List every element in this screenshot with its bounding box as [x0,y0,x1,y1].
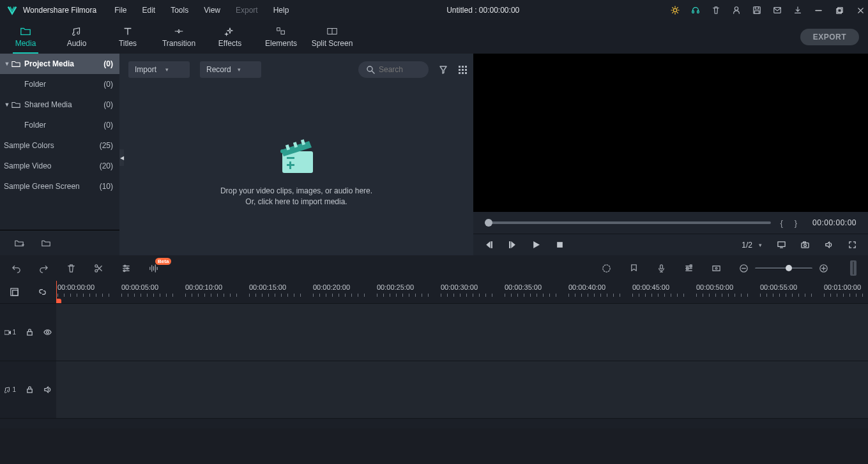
fullscreen-icon[interactable] [848,241,857,249]
mail-icon[interactable] [773,6,782,15]
user-icon[interactable] [732,6,741,15]
tab-effects[interactable]: Effects [204,20,255,54]
save-icon[interactable] [752,6,761,15]
marker-icon[interactable] [629,264,639,273]
ruler-tick: 00:00:30:00 [441,283,492,297]
svg-rect-81 [4,331,9,334]
ruler-tick: 00:01:00:00 [824,283,868,297]
tab-elements[interactable]: Elements [255,20,307,54]
display-icon[interactable] [777,241,786,249]
maximize-icon[interactable] [836,7,843,14]
sidebar-item[interactable]: ▼Project Media(0) [0,54,119,74]
stop-icon[interactable] [556,241,564,249]
play-icon[interactable] [532,241,540,249]
menu-file[interactable]: File [108,3,133,17]
ruler-tick: 00:00:15:00 [249,283,301,297]
menu-view[interactable]: View [197,3,227,17]
svg-rect-35 [465,72,467,74]
svg-marker-48 [533,241,540,248]
sidebar-item[interactable]: ▼Shared Media(0) [0,94,119,115]
mark-in-button[interactable]: { [777,218,785,228]
lock-icon[interactable] [26,328,34,336]
mark-out-button[interactable]: } [792,218,800,228]
split-icon[interactable] [94,264,103,273]
zoom-out-icon[interactable] [739,264,749,273]
preview-quality-dropdown[interactable]: 1/2 ▾ [742,241,762,250]
download-icon[interactable] [793,6,802,15]
next-frame-icon[interactable] [508,241,517,249]
sidebar-item-label: Folder [24,80,103,89]
audio-mixer-icon[interactable] [684,264,694,273]
keyframe-icon[interactable] [712,264,721,273]
zoom-in-icon[interactable] [819,264,828,273]
visibility-icon[interactable] [43,328,52,336]
sidebar-item[interactable]: Sample Colors(25) [0,135,119,156]
redo-icon[interactable] [39,264,49,273]
tab-splitscreen[interactable]: Split Screen [307,20,358,54]
svg-rect-52 [802,243,809,248]
grid-view-icon[interactable] [458,65,467,74]
music-note-icon [4,387,11,393]
splitscreen-icon [326,26,338,36]
track-manage-icon[interactable] [10,287,19,297]
dropzone-text: Drop your video clips, images, or audio … [220,186,372,207]
sidebar-item-count: (20) [100,161,113,170]
timeline-ruler[interactable]: 00:00:00:0000:00:05:0000:00:10:0000:00:1… [56,281,868,303]
preview-timecode: 00:00:00:00 [812,218,857,227]
mute-icon[interactable] [43,385,52,394]
search-input-wrap[interactable] [358,61,429,78]
svg-line-8 [677,8,678,8]
menu-help[interactable]: Help [267,3,296,17]
sidebar-collapse-button[interactable]: ◀ [119,149,124,166]
tab-transition[interactable]: Transition [153,20,204,54]
sidebar-item[interactable]: Sample Video(20) [0,156,119,176]
tab-titles[interactable]: Titles [102,20,153,54]
tab-media[interactable]: Media [0,20,51,54]
audio-lane[interactable] [56,361,868,418]
minimize-icon[interactable] [815,7,822,14]
search-input[interactable] [379,65,417,74]
export-button[interactable]: EXPORT [800,29,859,45]
svg-point-55 [95,264,98,267]
snapshot-icon[interactable] [801,241,809,249]
idea-icon[interactable] [671,6,680,15]
prev-frame-icon[interactable] [485,241,493,249]
filter-icon[interactable] [439,65,448,74]
undo-icon[interactable] [11,264,21,273]
adjust-icon[interactable] [121,264,131,273]
preview-seek-slider[interactable] [485,221,771,224]
headset-icon[interactable] [691,6,700,15]
import-dropdown[interactable]: Import ▾ [128,61,190,78]
sidebar-item[interactable]: Sample Green Screen(10) [0,176,119,197]
preview-screen[interactable] [473,54,868,212]
record-dropdown[interactable]: Record ▾ [200,61,261,78]
delete-icon[interactable] [66,264,76,273]
menu-edit[interactable]: Edit [136,3,162,17]
svg-rect-9 [692,11,694,13]
timeline-vscroll[interactable] [850,260,857,276]
link-icon[interactable] [38,287,47,297]
volume-icon[interactable] [825,241,833,249]
trash-icon[interactable] [712,6,720,15]
svg-rect-21 [277,28,280,31]
tab-audio[interactable]: Audio [51,20,102,54]
svg-line-26 [372,71,374,73]
svg-rect-85 [27,389,32,393]
sidebar-item[interactable]: Folder(0) [0,74,119,94]
new-folder-plus-icon[interactable] [14,239,24,248]
sidebar-item[interactable]: Folder(0) [0,115,119,135]
media-dropzone[interactable]: Drop your video clips, images, or audio … [119,80,473,255]
new-folder-icon[interactable] [41,239,51,248]
svg-rect-72 [713,266,720,271]
svg-rect-79 [10,288,17,296]
close-icon[interactable] [857,7,864,14]
zoom-slider[interactable] [755,267,812,269]
lock-icon[interactable] [26,385,34,394]
svg-line-7 [673,12,673,13]
voiceover-icon[interactable] [657,264,666,273]
playhead[interactable] [56,281,57,303]
render-icon[interactable] [602,264,611,273]
video-lane[interactable] [56,304,868,361]
audio-beat-button[interactable]: Beta [149,264,158,273]
menu-tools[interactable]: Tools [164,3,195,17]
